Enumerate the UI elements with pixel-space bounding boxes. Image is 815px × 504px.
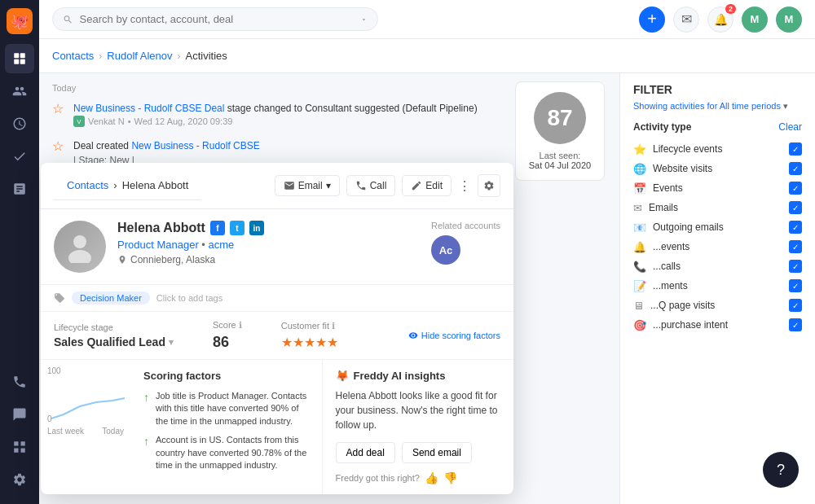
email-action-btn[interactable]: Email ▾ — [275, 175, 340, 196]
edit-action-btn[interactable]: Edit — [402, 175, 452, 196]
list-item: 📝 ...ments ✓ — [633, 276, 802, 296]
contact-avatar — [54, 221, 106, 273]
filter-panel: FILTER Showing activities for All time p… — [619, 73, 815, 504]
contact-tags-row: Decision Maker Click to add tags — [41, 284, 513, 311]
list-item: 📅 Events ✓ — [633, 178, 802, 198]
user-avatar-green[interactable]: M — [776, 7, 802, 33]
breadcrumb-sep1: › — [99, 50, 102, 62]
deal-link[interactable]: New Business - Rudolf CBSE Deal — [73, 103, 224, 114]
location-icon — [117, 255, 127, 265]
more-options-icon[interactable]: ⋮ — [458, 178, 471, 194]
decision-maker-tag[interactable]: Decision Maker — [72, 291, 150, 305]
related-accounts-label: Related accounts — [431, 221, 500, 230]
chart-x-labels: Last week Today — [47, 427, 124, 436]
list-item: 🔔 ...events ✓ — [633, 237, 802, 256]
thumbs-up-icon[interactable]: 👍 — [425, 471, 438, 484]
facebook-icon[interactable]: f — [210, 221, 225, 235]
add-tag-placeholder[interactable]: Click to add tags — [156, 293, 222, 303]
scoring-factor-1: Job title is Product Manager. Contacts w… — [156, 390, 309, 427]
svg-rect-7 — [21, 449, 25, 453]
filter-checkbox[interactable]: ✓ — [789, 260, 802, 273]
help-button[interactable]: ? — [763, 452, 799, 488]
hide-scoring-btn[interactable]: Hide scoring factors — [408, 331, 500, 340]
sidebar-item-phone[interactable] — [5, 367, 34, 397]
list-item: 🌐 Website visits ✓ — [633, 159, 802, 178]
filter-clear-btn[interactable]: Clear — [778, 121, 802, 133]
linkedin-icon[interactable]: in — [249, 221, 264, 235]
freddy-buttons: Add deal Send email — [336, 442, 501, 463]
filter-checkbox[interactable]: ✓ — [789, 142, 802, 156]
lifecycle-value[interactable]: Sales Qualified Lead ▾ — [54, 335, 174, 348]
lifecycle-events-icon: ⭐ — [633, 143, 646, 156]
filter-checkbox[interactable]: ✓ — [789, 299, 802, 312]
notification-button[interactable]: 🔔2 — [707, 7, 734, 33]
app-logo[interactable]: 🐙 — [7, 8, 33, 34]
search-bar — [52, 7, 378, 31]
filter-item-label: ...events — [653, 241, 689, 252]
add-deal-btn[interactable]: Add deal — [336, 442, 395, 463]
mini-chart: 100 0 Last week Today — [41, 360, 130, 494]
email-button[interactable]: ✉ — [673, 7, 699, 33]
filter-checkbox[interactable]: ✓ — [789, 221, 802, 234]
filter-item-label: ...calls — [653, 261, 681, 272]
notification-badge: 2 — [725, 4, 736, 14]
filter-checkbox[interactable]: ✓ — [789, 318, 802, 331]
filter-period-link[interactable]: All time periods — [720, 101, 781, 111]
svg-rect-2 — [14, 59, 19, 64]
filter-checkbox[interactable]: ✓ — [789, 240, 802, 253]
send-email-btn[interactable]: Send email — [402, 442, 472, 463]
customer-fit-info-icon[interactable]: ℹ — [332, 321, 335, 331]
chart-x-end: Today — [102, 427, 124, 436]
gear-settings-btn[interactable] — [478, 174, 500, 197]
dropdown-icon — [360, 15, 368, 24]
filter-checkbox[interactable]: ✓ — [789, 182, 802, 195]
purchase-intent-icon: 🎯 — [633, 319, 646, 331]
svg-rect-6 — [14, 449, 18, 453]
svg-rect-5 — [21, 441, 25, 445]
svg-rect-4 — [14, 441, 18, 445]
freddy-ai-section: 🦊 Freddy AI insights Helena Abbott looks… — [322, 360, 514, 494]
twitter-icon[interactable]: t — [230, 221, 244, 235]
header-actions: + ✉ 🔔2 M M — [639, 7, 802, 33]
sidebar-item-home[interactable] — [5, 44, 34, 73]
sidebar: 🐙 — [0, 0, 39, 504]
company-link[interactable]: acme — [209, 239, 235, 251]
breadcrumb-contacts-link[interactable]: Contacts — [52, 50, 94, 62]
sidebar-item-settings[interactable] — [5, 465, 34, 494]
svg-point-8 — [73, 235, 86, 248]
thumbs-down-icon[interactable]: 👎 — [443, 471, 457, 484]
search-input[interactable] — [80, 13, 354, 25]
lifecycle-section: Lifecycle stage Sales Qualified Lead ▾ S… — [41, 311, 513, 359]
filter-title: FILTER — [633, 83, 802, 96]
filter-checkbox[interactable]: ✓ — [789, 201, 802, 214]
related-account-avatar[interactable]: Ac — [431, 235, 460, 265]
sidebar-item-chat[interactable] — [5, 400, 34, 429]
bottom-section: 100 0 Last week Today Scoring factors ↑ … — [41, 359, 513, 494]
filter-item-label: Events — [653, 182, 683, 194]
score-info-icon[interactable]: ℹ — [239, 320, 242, 330]
call-action-btn[interactable]: Call — [346, 175, 396, 196]
sidebar-item-deals[interactable] — [5, 109, 34, 138]
filter-checkbox[interactable]: ✓ — [789, 162, 802, 175]
sidebar-item-tasks[interactable] — [5, 142, 34, 171]
email-icon — [284, 180, 295, 191]
user-avatar[interactable]: M — [742, 7, 768, 33]
sidebar-item-contacts[interactable] — [5, 77, 34, 106]
card-breadcrumb-sep: › — [113, 179, 117, 191]
edit-btn-label: Edit — [425, 180, 443, 191]
star-icon[interactable]: ☆ — [52, 138, 64, 154]
list-item: ✉ Emails ✓ — [633, 198, 802, 217]
breadcrumb-person-link[interactable]: Rudolf Alenov — [107, 50, 172, 62]
sidebar-item-grid[interactable] — [5, 432, 34, 462]
contact-details: Helena Abbott f t in Product Manager • a… — [117, 221, 420, 273]
call-btn-label: Call — [370, 180, 387, 191]
timeline-time: Wed 12 Aug, 2020 09:39 — [134, 116, 233, 126]
add-button[interactable]: + — [639, 7, 665, 33]
sidebar-item-reports[interactable] — [5, 174, 34, 204]
filter-checkbox[interactable]: ✓ — [789, 279, 802, 292]
list-item: 📞 ...calls ✓ — [633, 256, 802, 276]
user-icon: V — [73, 116, 85, 127]
star-icon[interactable]: ☆ — [52, 101, 64, 116]
card-breadcrumb-contacts-link[interactable]: Contacts — [67, 179, 108, 191]
deal-link2[interactable]: New Business - Rudolf CBSE — [131, 140, 259, 151]
